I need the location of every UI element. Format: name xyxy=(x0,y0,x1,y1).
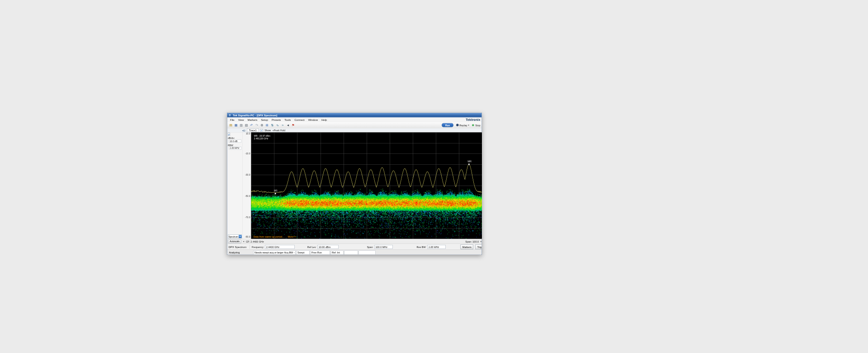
status-acq-mode: Swept xyxy=(297,250,310,254)
redo-icon[interactable]: ↷ xyxy=(255,123,259,127)
replay-label: Replay xyxy=(459,124,467,126)
toolbar: ▤▦▥▧↶↷⚙⊞⇅∿≈◄⚑ Run Replay ▾ ✱ Stop xyxy=(227,122,482,129)
menu-item-help[interactable]: Help xyxy=(320,118,328,122)
trig-button[interactable]: Trig xyxy=(475,244,481,249)
menu-item-connect[interactable]: Connect xyxy=(293,118,306,122)
replay-button[interactable]: Replay ▾ xyxy=(456,124,469,126)
show-checkbox[interactable]: ✓ xyxy=(260,129,263,132)
undo-icon[interactable]: ↶ xyxy=(250,123,254,127)
span-field[interactable] xyxy=(374,245,392,249)
view-selector-value: Spectrum xyxy=(229,235,238,238)
panel-toggle-icon[interactable]: ◂▤ xyxy=(242,129,245,132)
tektronix-logo: Tektronix xyxy=(466,118,480,121)
open-file-icon[interactable]: ▤ xyxy=(229,123,233,127)
run-button[interactable]: Run xyxy=(442,123,453,127)
warmup-warning: Data from warm-up period... More>> xyxy=(254,235,297,238)
cf-readout: CF: 2.4400 GHz xyxy=(246,240,264,243)
show-label: Show xyxy=(264,129,271,132)
stop-label: Stop xyxy=(475,124,480,126)
mode-label: DPX Spectrum xyxy=(229,245,247,248)
settings-bar: DPX Spectrum Frequency Ref Lev Span Res … xyxy=(227,244,482,250)
spectrum-icon[interactable]: ≈ xyxy=(281,123,285,127)
save-icon[interactable]: ▦ xyxy=(234,123,238,127)
y-axis-label: -50.0 xyxy=(245,195,250,197)
frequency-field[interactable] xyxy=(265,245,295,249)
menu-item-markers[interactable]: Markers xyxy=(246,118,259,122)
ref-lev-label: Ref Lev xyxy=(307,245,316,248)
signalvu-window: Tek SignalVu-PC - [DPX Spectrum] FileVie… xyxy=(227,113,482,255)
frequency-label: Frequency xyxy=(252,245,264,248)
scroll-right-icon[interactable]: ► xyxy=(480,240,482,243)
autoscale-button[interactable]: Autoscale xyxy=(228,239,241,243)
status-cell-empty-1 xyxy=(344,250,358,254)
display-settings-panel: ✓ dB/div: 10.0 dB RBW 1.00 MHz Spectrum … xyxy=(227,133,243,239)
replay-icon xyxy=(456,124,459,127)
ref-lev-field[interactable] xyxy=(318,245,339,249)
dropdown-icon: ▼ xyxy=(239,235,242,238)
menu-item-window[interactable]: Window xyxy=(307,118,319,122)
warmup-more-link[interactable]: More>> xyxy=(288,235,297,238)
y-axis-label: -90.0 xyxy=(245,235,250,238)
copy-icon[interactable]: ▧ xyxy=(244,123,249,127)
marker-readout: MR: -19.97 dBm 2.481126 GHz xyxy=(254,134,270,140)
app-icon xyxy=(229,114,232,117)
res-bw-label: Res BW xyxy=(416,245,425,248)
stop-icon: ✱ xyxy=(472,124,474,127)
status-cell-empty-2 xyxy=(359,250,376,254)
frequency-scroll-row: Autoscale ◄ CF: 2.4400 GHz Span: 100.0 ► xyxy=(227,239,482,244)
span-label: Span xyxy=(367,245,373,248)
settings-gear-icon[interactable]: ⚙ xyxy=(260,123,264,127)
rbw-label: RBW xyxy=(228,144,242,147)
warmup-message: Data from warm-up period... xyxy=(254,235,284,238)
tab-trace1[interactable]: Trace1 xyxy=(247,129,259,132)
menu-item-tools[interactable]: Tools xyxy=(283,118,292,122)
menu-bar: FileViewMarkersSetupPresetsToolsConnectW… xyxy=(227,118,482,122)
scroll-left-icon[interactable]: ◄ xyxy=(243,240,245,243)
status-ref: Ref: Int xyxy=(331,250,344,254)
amplitude-icon[interactable]: ⇅ xyxy=(270,123,275,127)
y-axis-label: -30.0 xyxy=(245,173,250,176)
acquisition-controls: Run Replay ▾ ✱ Stop xyxy=(442,123,480,127)
menu-item-view[interactable]: View xyxy=(236,118,245,122)
status-trigger: Free Run xyxy=(311,250,330,254)
main-area: ✓ dB/div: 10.0 dB RBW 1.00 MHz Spectrum … xyxy=(227,133,482,239)
db-div-label: dB/div: xyxy=(228,137,242,140)
audio-icon[interactable]: ◄ xyxy=(286,123,290,127)
dpx-plot[interactable]: MR: -19.97 dBm 2.481126 GHz Data from wa… xyxy=(251,133,482,239)
res-bw-field[interactable] xyxy=(428,245,446,249)
y-axis-label: -70.0 xyxy=(245,216,250,219)
waveform-icon[interactable]: ∿ xyxy=(275,123,280,127)
y-axis-label: -10.0 xyxy=(245,152,250,155)
menu-item-setup[interactable]: Setup xyxy=(259,118,270,122)
sidebar-checkbox[interactable]: ✓ xyxy=(228,133,230,136)
window-title: Tek SignalVu-PC - [DPX Spectrum] xyxy=(233,114,277,117)
markers-button[interactable]: Markers xyxy=(460,244,473,249)
status-message: Needs swept acq or larger Acq BW - Acqui… xyxy=(254,250,296,254)
menu-item-file[interactable]: File xyxy=(229,118,236,122)
marker-readout-frequency: 2.481126 GHz xyxy=(254,137,270,140)
rbw-value[interactable]: 1.00 MHz xyxy=(229,147,242,150)
db-div-value[interactable]: 10.0 dB xyxy=(229,140,242,143)
view-selector[interactable]: Spectrum ▼ xyxy=(228,235,242,239)
stop-button[interactable]: ✱ Stop xyxy=(472,124,481,127)
span-readout: Span: 100.0 xyxy=(465,240,479,243)
desktop-background: Tek SignalVu-PC - [DPX Spectrum] FileVie… xyxy=(0,0,868,353)
detection-mode[interactable]: +Peak Hold xyxy=(272,129,285,132)
chevron-down-icon: ▾ xyxy=(468,124,469,126)
title-bar[interactable]: Tek SignalVu-PC - [DPX Spectrum] xyxy=(227,113,482,118)
marker-flag-icon[interactable]: ⚑ xyxy=(291,123,296,127)
print-icon[interactable]: ▥ xyxy=(239,123,244,127)
menu-item-presets[interactable]: Presets xyxy=(270,118,282,122)
y-axis: 10.0-10.0-30.0-50.0-70.0-90.0 xyxy=(243,133,251,239)
displays-icon[interactable]: ⊞ xyxy=(265,123,269,127)
trace-bar: ◂▤ Trace1 ✓ Show +Peak Hold xyxy=(227,129,482,133)
dpx-bitmap-canvas[interactable] xyxy=(251,133,482,239)
y-axis-label: 10.0 xyxy=(246,133,250,135)
status-state: Analyzing xyxy=(228,250,253,254)
menu-items: FileViewMarkersSetupPresetsToolsConnectW… xyxy=(229,118,329,122)
toolbar-icons: ▤▦▥▧↶↷⚙⊞⇅∿≈◄⚑ xyxy=(229,123,296,127)
status-bar: Analyzing Needs swept acq or larger Acq … xyxy=(227,250,482,255)
